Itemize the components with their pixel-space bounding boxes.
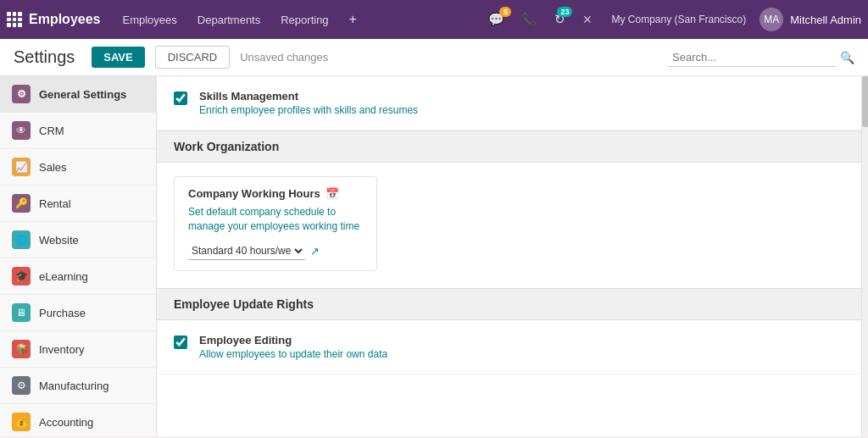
- username-label[interactable]: Mitchell Admin: [790, 14, 861, 26]
- skills-management-checkbox[interactable]: [174, 91, 187, 105]
- elearning-icon: 🎓: [12, 267, 31, 286]
- calendar-icon: 📅: [326, 187, 339, 200]
- sidebar-item-label: Rental: [39, 197, 71, 210]
- top-navigation: Employees Employees Departments Reportin…: [0, 0, 868, 39]
- refresh-icon-button[interactable]: ↻ 23: [549, 8, 570, 30]
- employee-editing-checkbox[interactable]: [174, 335, 187, 349]
- chat-badge: 5: [499, 7, 511, 17]
- search-bar: 🔍: [667, 48, 854, 67]
- phone-icon-button[interactable]: 📞: [516, 8, 542, 30]
- sidebar-item-label: Manufacturing: [39, 380, 108, 392]
- sidebar-item-label: eLearning: [39, 270, 88, 283]
- nav-departments[interactable]: Departments: [189, 8, 269, 31]
- sidebar-item-elearning[interactable]: 🎓 eLearning: [0, 258, 156, 295]
- sidebar-item-general-settings[interactable]: ⚙ General Settings: [0, 76, 156, 113]
- work-org-section: Company Working Hours 📅 Set default comp…: [157, 163, 861, 288]
- employee-editing-content: Employee Editing Allow employees to upda…: [199, 334, 844, 360]
- unsaved-changes-label: Unsaved changes: [240, 51, 328, 64]
- add-menu-button[interactable]: +: [341, 7, 365, 32]
- sidebar-item-website[interactable]: 🌐 Website: [0, 222, 156, 258]
- sidebar-item-label: CRM: [39, 125, 64, 137]
- refresh-badge: 23: [557, 7, 572, 17]
- skills-management-content: Skills Management Enrich employee profil…: [199, 90, 844, 116]
- sidebar-item-label: Inventory: [39, 343, 84, 356]
- sidebar-item-manufacturing[interactable]: ⚙ Manufacturing: [0, 368, 156, 404]
- save-button[interactable]: SAVE: [92, 47, 144, 68]
- skills-management-title: Skills Management: [199, 90, 844, 103]
- working-hours-card-desc: Set default company schedule to manage y…: [188, 205, 363, 234]
- sidebar-item-label: Accounting: [39, 416, 93, 429]
- skills-management-desc: Enrich employee profiles with skills and…: [199, 104, 844, 116]
- sidebar-item-purchase[interactable]: 🖥 Purchase: [0, 295, 156, 331]
- purchase-icon: 🖥: [12, 303, 31, 322]
- content-area: Skills Management Enrich employee profil…: [157, 76, 861, 436]
- app-logo[interactable]: Employees: [7, 12, 100, 27]
- app-title: Employees: [29, 12, 100, 27]
- external-link-icon[interactable]: ↗: [310, 245, 320, 258]
- sidebar-item-label: Sales: [39, 161, 67, 174]
- sidebar-item-crm[interactable]: 👁 CRM: [0, 113, 156, 149]
- working-hours-select-row: Standard 40 hours/we ↗: [188, 242, 363, 260]
- sidebar-item-rental[interactable]: 🔑 Rental: [0, 186, 156, 222]
- inventory-icon: 📦: [12, 340, 31, 358]
- right-scroll-thumb[interactable]: [862, 76, 868, 127]
- search-input[interactable]: [667, 48, 837, 67]
- employee-update-rights-header: Employee Update Rights: [157, 288, 861, 320]
- sidebar-item-inventory[interactable]: 📦 Inventory: [0, 331, 156, 368]
- close-icon[interactable]: ✕: [577, 9, 598, 30]
- sidebar-item-label: Website: [39, 234, 79, 247]
- accounting-icon: 💰: [12, 413, 31, 431]
- company-selector[interactable]: My Company (San Francisco): [604, 14, 753, 25]
- employee-editing-setting: Employee Editing Allow employees to upda…: [157, 320, 861, 374]
- content-inner: Skills Management Enrich employee profil…: [157, 76, 861, 374]
- right-scrollbar[interactable]: [861, 76, 868, 436]
- crm-icon: 👁: [12, 121, 31, 140]
- sidebar-item-label: General Settings: [39, 88, 126, 101]
- grid-icon: [7, 12, 22, 27]
- search-icon[interactable]: 🔍: [840, 51, 854, 64]
- working-hours-card-title: Company Working Hours 📅: [188, 187, 363, 200]
- sidebar-item-sales[interactable]: 📈 Sales: [0, 149, 156, 186]
- nav-reporting[interactable]: Reporting: [272, 8, 337, 31]
- manufacturing-icon: ⚙: [12, 376, 31, 395]
- page-title: Settings: [14, 47, 75, 67]
- chat-icon-button[interactable]: 💬 5: [483, 8, 509, 30]
- company-working-hours-card: Company Working Hours 📅 Set default comp…: [174, 176, 377, 271]
- discard-button[interactable]: DISCARD: [155, 46, 231, 69]
- employee-editing-desc: Allow employees to update their own data: [199, 348, 844, 360]
- avatar[interactable]: MA: [760, 8, 783, 31]
- skills-management-setting: Skills Management Enrich employee profil…: [157, 76, 861, 130]
- general-settings-icon: ⚙: [12, 85, 31, 103]
- nav-links: Employees Departments Reporting +: [114, 7, 483, 32]
- sidebar-item-accounting[interactable]: 💰 Accounting: [0, 404, 156, 436]
- sales-icon: 📈: [12, 158, 31, 176]
- topnav-right-actions: 💬 5 📞 ↻ 23 ✕ My Company (San Francisco) …: [483, 8, 861, 31]
- work-organization-header: Work Organization: [157, 130, 861, 163]
- main-layout: ⚙ General Settings 👁 CRM 📈 Sales 🔑 Renta…: [0, 76, 868, 436]
- subheader-bar: Settings SAVE DISCARD Unsaved changes 🔍: [0, 39, 868, 76]
- sidebar-item-label: Purchase: [39, 307, 86, 319]
- nav-employees[interactable]: Employees: [114, 8, 185, 31]
- website-icon: 🌐: [12, 230, 31, 249]
- working-hours-select[interactable]: Standard 40 hours/we: [188, 242, 305, 260]
- rental-icon: 🔑: [12, 194, 31, 213]
- working-hours-title-text: Company Working Hours: [188, 187, 320, 200]
- employee-editing-title: Employee Editing: [199, 334, 844, 347]
- sidebar: ⚙ General Settings 👁 CRM 📈 Sales 🔑 Renta…: [0, 76, 157, 436]
